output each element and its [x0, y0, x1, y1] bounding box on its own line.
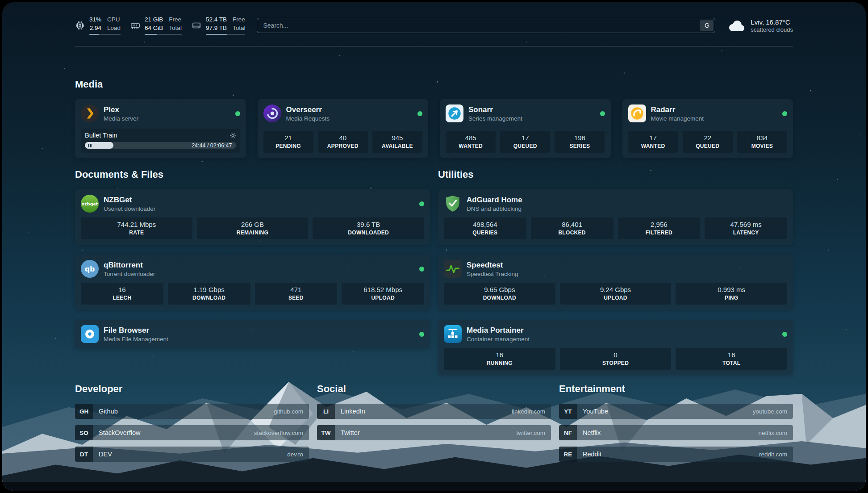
cpu-icon — [75, 21, 85, 30]
memory-progress-track — [145, 34, 182, 35]
disk-progress-fill — [206, 34, 227, 35]
service-heading: File Browser Media File Management — [104, 326, 168, 343]
service-stats: 21PENDING 40APPROVED 945AVAILABLE — [263, 131, 423, 153]
status-dot — [419, 267, 424, 272]
memory-total-value: 64 GiB — [145, 24, 163, 32]
stat-filtered: 2,956FILTERED — [618, 217, 701, 239]
bookmark-name: YouTube — [583, 408, 608, 415]
search-provider-button[interactable]: G — [700, 20, 714, 31]
service-name: qBittorrent — [104, 261, 155, 270]
service-card-portainer[interactable]: Media Portainer Container management 16R… — [438, 320, 793, 375]
stat-rate: 744.21 MbpsRATE — [81, 217, 192, 239]
stat-wanted: 17WANTED — [628, 131, 678, 153]
service-stats: 16RUNNING 0STOPPED 16TOTAL — [444, 348, 787, 370]
top-bar: 31% CPU 2.94 Load — [75, 2, 793, 46]
status-dot — [782, 332, 787, 337]
bookmark-abbr: YT — [559, 404, 577, 419]
bookmark-url: linkedin.com — [512, 408, 545, 415]
memory-icon — [130, 21, 140, 30]
service-stats: 17WANTED 22QUEUED 834MOVIES — [628, 131, 788, 153]
stat-blocked: 86,401BLOCKED — [531, 217, 613, 239]
stat-ping: 0.993 msPING — [676, 283, 787, 305]
service-card-sonarr[interactable]: Sonarr Series management 485WANTED 17QUE… — [440, 99, 611, 158]
weather-widget: Lviv, 16.87°C scattered clouds — [727, 18, 793, 33]
service-card-speedtest[interactable]: Speedtest Speedtest Tracking 9.65 GbpsDO… — [438, 255, 793, 310]
service-card-radarr[interactable]: Radarr Movie management 17WANTED 22QUEUE… — [622, 99, 793, 158]
bookmark-url: twitter.com — [516, 430, 545, 436]
overseerr-icon — [263, 104, 281, 122]
bookmark-abbr: DT — [75, 447, 93, 462]
bookmark-abbr: RE — [559, 447, 577, 462]
service-stats: 485WANTED 17QUEUED 196SERIES — [446, 131, 605, 153]
stat-download: 9.65 GbpsDOWNLOAD — [444, 283, 555, 305]
stat-stopped: 0STOPPED — [560, 348, 672, 370]
settings-gear-icon[interactable] — [230, 132, 236, 139]
cpu-readout: 31% CPU 2.94 Load — [89, 16, 121, 35]
service-subtitle: Media server — [104, 115, 138, 122]
disk-resource-widget: 52.4 TB Free 97.9 TB Total — [192, 16, 246, 35]
bookmark-url: github.com — [274, 408, 303, 415]
nzbget-icon: nzbget — [81, 195, 99, 213]
service-name: Media Portainer — [467, 326, 530, 335]
weather-location: Lviv, 16.87°C — [751, 18, 793, 26]
status-dot — [419, 332, 424, 337]
portainer-icon — [444, 325, 462, 343]
disk-total-value: 97.9 TB — [206, 24, 227, 32]
filebrowser-icon — [81, 325, 99, 343]
cpu-progress-track — [89, 34, 121, 35]
bookmark-linkedin[interactable]: LI LinkedIn linkedin.com — [317, 404, 551, 419]
speedtest-icon — [444, 260, 462, 278]
bookmark-name: LinkedIn — [341, 408, 365, 415]
memory-free-value: 21 GiB — [145, 16, 163, 24]
bookmark-url: stackoverflow.com — [254, 430, 303, 436]
stat-leech: 16LEECH — [81, 283, 163, 305]
bookmark-name: DEV — [99, 451, 112, 458]
media-card-grid: Plex Media server Bullet Train — [75, 99, 793, 158]
pause-icon[interactable] — [88, 144, 92, 148]
memory-total-label: Total — [169, 24, 182, 32]
weather-text: Lviv, 16.87°C scattered clouds — [751, 18, 793, 33]
bookmark-name: Github — [99, 408, 118, 415]
service-subtitle: Torrent downloader — [104, 271, 155, 277]
service-card-adguard[interactable]: AdGuard Home DNS and adblocking 498,564Q… — [438, 189, 793, 245]
bookmark-twitter[interactable]: TW Twitter twitter.com — [317, 425, 551, 440]
service-card-overseerr[interactable]: Overseerr Media Requests 21PENDING 40APP… — [258, 99, 429, 158]
service-name: File Browser — [104, 326, 168, 335]
bookmark-dev[interactable]: DT DEV dev.to — [75, 447, 309, 462]
service-card-plex[interactable]: Plex Media server Bullet Train — [75, 99, 246, 158]
bookmark-github[interactable]: GH Github github.com — [75, 404, 309, 419]
service-name: Overseerr — [286, 105, 330, 114]
cpu-resource-widget: 31% CPU 2.94 Load — [75, 16, 121, 35]
bookmark-group-social: Social LI LinkedIn linkedin.com TW Twitt… — [317, 383, 551, 462]
bookmark-reddit[interactable]: RE Reddit reddit.com — [559, 447, 793, 462]
service-heading: Media Portainer Container management — [467, 326, 530, 343]
bookmark-url: youtube.com — [753, 408, 787, 415]
bookmark-abbr: NF — [559, 425, 577, 440]
service-name: Speedtest — [467, 261, 518, 270]
status-dot — [417, 111, 422, 116]
bookmark-stackoverflow[interactable]: SO StackOverflow stackoverflow.com — [75, 425, 309, 440]
bookmark-youtube[interactable]: YT YouTube youtube.com — [559, 404, 793, 419]
stat-upload: 618.52 MbpsUPLOAD — [342, 283, 424, 305]
bookmark-abbr: LI — [317, 404, 335, 419]
bookmark-netflix[interactable]: NF Netflix netflix.com — [559, 425, 793, 440]
status-dot — [782, 111, 787, 116]
memory-free-label: Free — [169, 16, 182, 24]
service-card-qbittorrent[interactable]: qb qBittorrent Torrent downloader 16LEEC… — [75, 255, 430, 310]
section-title-media: Media — [75, 79, 793, 90]
service-stats: 9.65 GbpsDOWNLOAD 9.24 GbpsUPLOAD 0.993 … — [444, 283, 787, 305]
service-card-filebrowser[interactable]: File Browser Media File Management — [75, 320, 430, 348]
bookmark-name: StackOverflow — [99, 429, 140, 436]
playback-progress-bar[interactable]: 24:44 / 02:06:47 — [85, 142, 236, 149]
service-subtitle: Media File Management — [104, 336, 168, 343]
stat-remaining: 266 GBREMAINING — [197, 217, 309, 239]
service-subtitle: Series management — [468, 115, 522, 122]
stat-upload: 9.24 GbpsUPLOAD — [560, 283, 672, 305]
service-card-nzbget[interactable]: nzbget NZBGet Usenet downloader 744.21 M… — [75, 189, 430, 245]
bookmark-name: Twitter — [341, 429, 360, 436]
search-input[interactable] — [257, 18, 715, 33]
disk-icon — [192, 21, 201, 30]
section-title-utilities: Utilities — [438, 169, 793, 180]
bookmark-url: netflix.com — [758, 430, 787, 436]
section-title-developer: Developer — [75, 383, 309, 395]
